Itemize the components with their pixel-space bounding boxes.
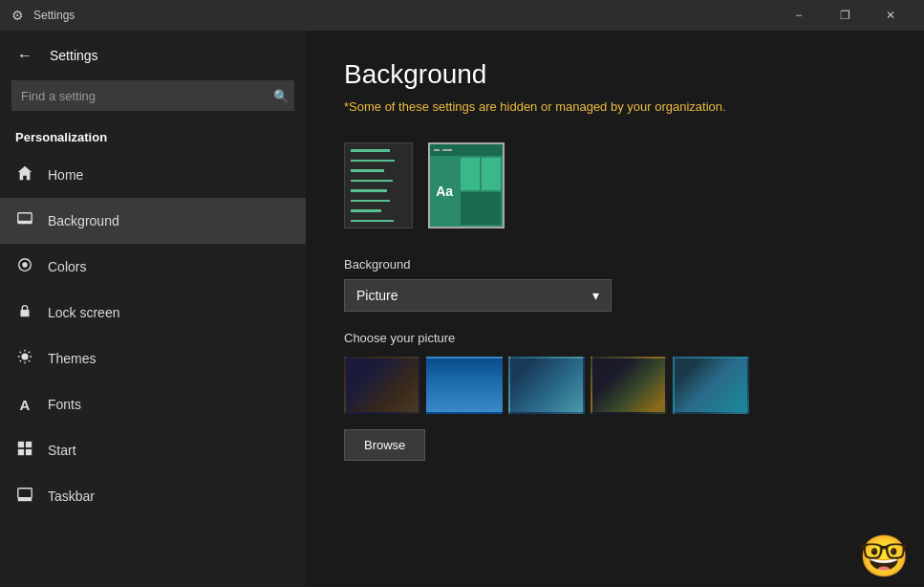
preview-area: Aa — [344, 142, 886, 228]
maximize-button[interactable]: ❐ — [823, 0, 867, 31]
app-body: ← Settings 🔍 Personalization Home — [0, 31, 924, 587]
svg-rect-8 — [18, 449, 24, 455]
browse-button[interactable]: Browse — [344, 429, 425, 461]
choose-picture-section: Choose your picture Browse — [344, 331, 886, 461]
taskbar-icon — [15, 486, 34, 507]
svg-rect-7 — [26, 442, 32, 447]
background-section: Background Picture ▾ — [344, 257, 886, 312]
sidebar-label-background: Background — [48, 213, 119, 228]
fonts-icon: A — [15, 397, 34, 413]
background-dropdown-value: Picture — [356, 288, 398, 303]
org-warning: *Some of these settings are hidden or ma… — [344, 99, 886, 114]
title-bar: ⚙ Settings − ❐ ✕ — [0, 0, 924, 31]
title-bar-left: ⚙ Settings — [11, 8, 777, 23]
title-bar-controls: − ❐ ✕ — [777, 0, 913, 31]
preview-top-bar — [430, 144, 503, 156]
background-dropdown[interactable]: Picture ▾ — [344, 279, 612, 312]
back-button[interactable]: ← — [11, 42, 38, 69]
minimize-button[interactable]: − — [777, 0, 821, 31]
svg-rect-11 — [18, 498, 32, 502]
sidebar-label-start: Start — [48, 443, 76, 458]
sidebar-label-themes: Themes — [48, 351, 97, 366]
home-icon — [15, 164, 34, 185]
main-content: Background *Some of these settings are h… — [306, 31, 924, 587]
svg-point-3 — [22, 262, 27, 267]
sidebar-app-title: Settings — [50, 48, 98, 63]
sidebar-top: ← Settings — [0, 31, 306, 76]
lock-icon — [15, 302, 34, 323]
close-button[interactable]: ✕ — [869, 0, 913, 31]
sidebar-item-colors[interactable]: Colors — [0, 244, 306, 290]
title-bar-title: Settings — [33, 9, 75, 22]
preview-aa-text: Aa — [436, 184, 453, 199]
search-icon-button[interactable]: 🔍 — [273, 89, 289, 103]
sidebar-label-fonts: Fonts — [48, 397, 81, 412]
sidebar-item-lock-screen[interactable]: Lock screen — [0, 290, 306, 336]
picture-thumb-1[interactable] — [344, 357, 420, 414]
picture-thumb-2[interactable] — [426, 357, 503, 414]
svg-rect-9 — [26, 449, 32, 455]
sidebar-label-colors: Colors — [48, 259, 86, 274]
choose-picture-label: Choose your picture — [344, 331, 886, 345]
preview-right-thumb: Aa — [428, 142, 505, 228]
themes-icon — [15, 348, 34, 369]
search-box: 🔍 — [11, 80, 294, 111]
sidebar-section-title: Personalization — [0, 122, 306, 152]
search-input[interactable] — [11, 80, 294, 111]
picture-thumb-4[interactable] — [591, 357, 667, 414]
page-title: Background — [344, 59, 886, 90]
pictures-row — [344, 357, 886, 414]
sidebar-label-taskbar: Taskbar — [48, 489, 95, 504]
corner-character: 🤓 — [859, 533, 909, 579]
sidebar-item-fonts[interactable]: A Fonts — [0, 381, 306, 427]
sidebar-item-background[interactable]: Background — [0, 198, 306, 244]
settings-app-icon: ⚙ — [11, 8, 24, 23]
sidebar-item-taskbar[interactable]: Taskbar — [0, 473, 306, 519]
dropdown-chevron-icon: ▾ — [592, 288, 599, 303]
background-icon — [15, 210, 34, 231]
background-dropdown-label: Background — [344, 257, 886, 272]
sidebar-label-lock-screen: Lock screen — [48, 305, 119, 320]
sidebar-item-start[interactable]: Start — [0, 427, 306, 473]
start-icon — [15, 440, 34, 461]
sidebar-label-home: Home — [48, 167, 83, 183]
svg-rect-6 — [18, 442, 24, 447]
svg-rect-10 — [18, 489, 32, 498]
sidebar-item-themes[interactable]: Themes — [0, 336, 306, 381]
colors-icon — [15, 256, 34, 277]
sidebar: ← Settings 🔍 Personalization Home — [0, 31, 306, 587]
sidebar-nav: Home Background — [0, 152, 306, 519]
picture-thumb-5[interactable] — [673, 357, 749, 414]
svg-rect-4 — [21, 310, 30, 316]
svg-point-5 — [21, 353, 28, 359]
preview-left-thumb — [344, 142, 413, 228]
sidebar-item-home[interactable]: Home — [0, 152, 306, 198]
picture-thumb-3[interactable] — [508, 357, 585, 414]
svg-rect-1 — [18, 221, 32, 224]
